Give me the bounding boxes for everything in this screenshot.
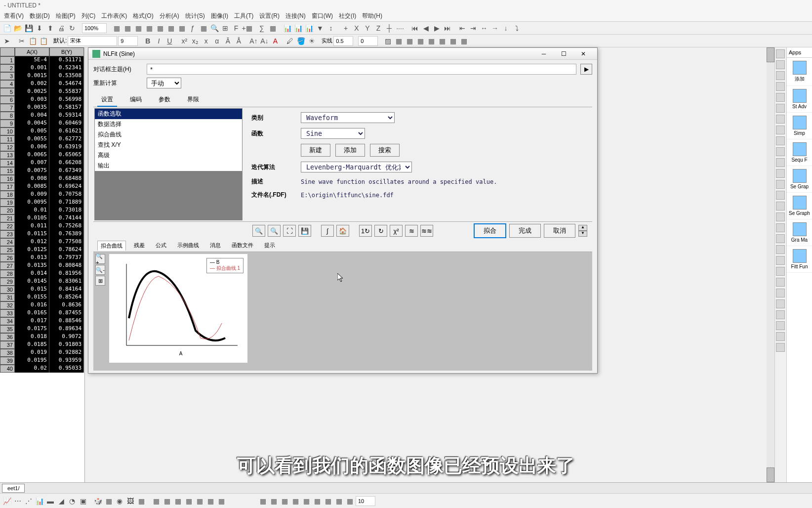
font-name-input[interactable] [68, 36, 117, 46]
zoom-range-icon[interactable]: 🔍 [268, 225, 281, 237]
font-size-input[interactable] [118, 36, 138, 46]
cell-a[interactable]: 0.016 [15, 301, 49, 309]
fill-color-icon[interactable]: 🪣 [296, 36, 306, 46]
row-number[interactable]: 23 [0, 230, 15, 238]
menu-social[interactable]: 社交(I) [339, 12, 356, 20]
preview-tab-hint[interactable]: 提示 [261, 241, 278, 251]
rs-icon[interactable] [776, 60, 785, 69]
list-item-advanced[interactable]: 高级 [95, 150, 242, 161]
new-sheet-icon[interactable]: ▦ [122, 23, 132, 33]
cell-a[interactable]: 0.0025 [15, 88, 49, 96]
app-item[interactable]: Sequ F [787, 139, 812, 166]
table-row[interactable]: 40.0020.54674 [0, 80, 84, 88]
rs-icon[interactable] [776, 202, 785, 211]
rs-icon[interactable] [776, 191, 785, 200]
rs-icon[interactable] [776, 180, 785, 189]
light-icon[interactable]: ☀ [307, 36, 317, 46]
nav5-icon[interactable]: ↓ [501, 23, 511, 33]
rs-icon[interactable] [776, 267, 785, 276]
row-number[interactable]: 8 [0, 112, 15, 120]
menu-window[interactable]: 窗口(W) [312, 12, 333, 20]
search-button[interactable]: 搜索 [370, 144, 400, 157]
template-icon[interactable]: ▦ [136, 496, 146, 506]
rs-icon[interactable] [776, 49, 785, 58]
obj6-icon[interactable]: ▦ [312, 496, 322, 506]
cell-a[interactable]: 0.0175 [15, 325, 49, 333]
cell-a[interactable]: 0.005 [15, 127, 49, 135]
sup-icon[interactable]: x² [179, 36, 189, 46]
layout-icon[interactable]: ▦ [155, 23, 165, 33]
cell-a[interactable]: 0.0055 [15, 135, 49, 143]
script-icon[interactable]: ▦ [199, 23, 208, 33]
table-row[interactable]: 310.01550.85264 [0, 294, 84, 301]
mask6-icon[interactable]: ▦ [205, 496, 215, 506]
menu-worksheet[interactable]: 工作表(K) [101, 12, 127, 20]
fit-until-icon[interactable]: ≋ [405, 225, 418, 237]
app-item[interactable]: 添加 [787, 58, 812, 86]
cell-b[interactable]: 0.75268 [49, 222, 84, 230]
chi-sq-icon[interactable]: χ² [390, 225, 403, 237]
rs-icon[interactable] [776, 343, 785, 352]
cell-a[interactable]: 0.003 [15, 96, 49, 104]
table2-icon[interactable]: ▦ [405, 36, 414, 46]
table-row[interactable]: 290.01450.83061 [0, 278, 84, 286]
table-row[interactable]: 400.020.95033 [0, 365, 84, 373]
app-item[interactable]: Fitt Fun [787, 246, 812, 273]
rs-icon[interactable] [776, 289, 785, 297]
cell-b[interactable]: 0.77508 [49, 238, 84, 246]
cell-a[interactable]: 0.019 [15, 349, 49, 357]
pie-plot-icon[interactable]: ◔ [67, 496, 77, 506]
cell-b[interactable]: 0.63919 [49, 143, 84, 151]
row-number[interactable]: 30 [0, 286, 15, 294]
cell-a[interactable]: 0.0045 [15, 120, 49, 127]
app-item[interactable]: Se Grap [787, 166, 812, 193]
line-width-input[interactable] [333, 36, 353, 46]
table-row[interactable]: 340.0170.88546 [0, 317, 84, 325]
spin-up-button[interactable]: ▲ [578, 225, 587, 231]
cell-a[interactable]: 0.0075 [15, 167, 49, 175]
special-icon[interactable]: Å [234, 36, 244, 46]
table-row[interactable]: 90.00450.60469 [0, 120, 84, 127]
menu-image[interactable]: 图像(I) [211, 12, 228, 20]
table-row[interactable]: 70.00350.58157 [0, 104, 84, 112]
cell-b[interactable]: 0.59314 [49, 112, 84, 120]
table-row[interactable]: 200.010.73018 [0, 207, 84, 214]
col-b-header[interactable]: B(Y) [49, 47, 84, 56]
menu-tools[interactable]: 工具(T) [234, 12, 253, 20]
table5-icon[interactable]: ▦ [437, 36, 447, 46]
table-row[interactable]: 260.0130.79737 [0, 254, 84, 262]
cell-a[interactable]: 0.0115 [15, 230, 49, 238]
underline-icon[interactable]: U [164, 36, 174, 46]
table-row[interactable]: 100.0050.61621 [0, 127, 84, 135]
rs-icon[interactable] [776, 256, 785, 265]
dialog-title-bar[interactable]: NLFit (Sine) ─ ☐ ✕ [88, 48, 597, 60]
line-plot-icon[interactable]: 📈 [2, 496, 12, 506]
rs-icon[interactable] [776, 299, 785, 308]
cell-a[interactable]: 0.01 [15, 207, 49, 214]
table1-icon[interactable]: ▦ [394, 36, 404, 46]
rs-icon[interactable] [776, 332, 785, 341]
save-icon[interactable]: 💾 [24, 23, 34, 33]
table-row[interactable]: 150.00750.67349 [0, 167, 84, 175]
rs-icon[interactable] [776, 115, 785, 124]
row-number[interactable]: 22 [0, 222, 15, 230]
cell-a[interactable]: 0.007 [15, 159, 49, 167]
table-row[interactable]: 350.01750.89634 [0, 325, 84, 333]
hist-icon[interactable]: 📊 [293, 23, 303, 33]
vertical-scrollbar[interactable] [767, 47, 774, 482]
row-number[interactable]: 27 [0, 262, 15, 270]
menu-data[interactable]: 数据(D) [30, 12, 50, 20]
open-icon[interactable]: 📂 [13, 23, 23, 33]
list-item-data-select[interactable]: 数据选择 [95, 119, 242, 129]
cell-a[interactable]: 0.0095 [15, 199, 49, 207]
menu-help[interactable]: 帮助(H) [362, 12, 382, 20]
supsub-icon[interactable]: x [201, 36, 211, 46]
zoom-out-icon[interactable]: 🔍- [95, 265, 105, 275]
mask2-icon[interactable]: ▦ [162, 496, 172, 506]
table-row[interactable]: 300.0150.84164 [0, 286, 84, 294]
cell-b[interactable]: 0.70758 [49, 191, 84, 199]
z-axis-icon[interactable]: Z [373, 23, 383, 33]
prev-icon[interactable]: ◀ [421, 23, 431, 33]
obj2-icon[interactable]: ▦ [269, 496, 279, 506]
cell-a[interactable]: 0.02 [15, 365, 49, 373]
